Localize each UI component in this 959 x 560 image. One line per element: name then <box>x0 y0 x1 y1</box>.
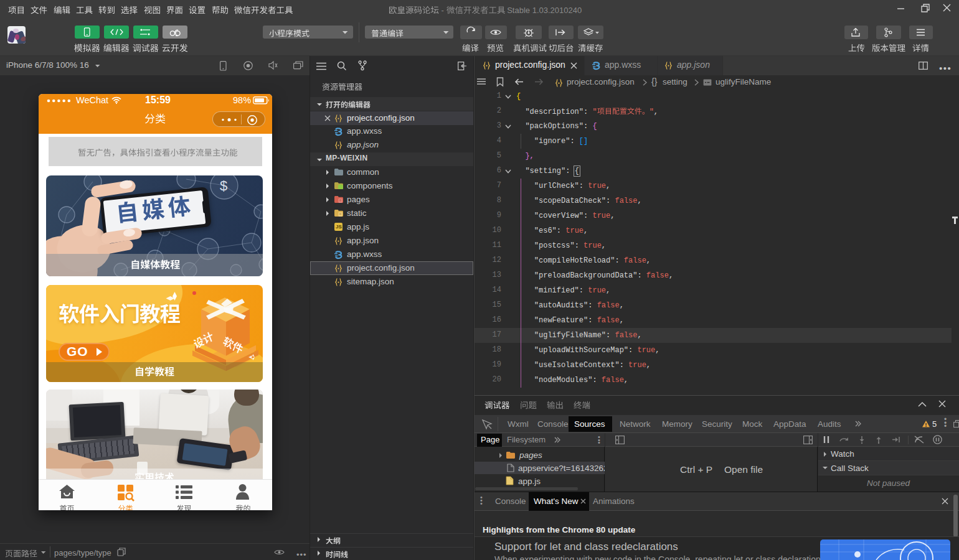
svg-text:$: $ <box>220 178 227 194</box>
